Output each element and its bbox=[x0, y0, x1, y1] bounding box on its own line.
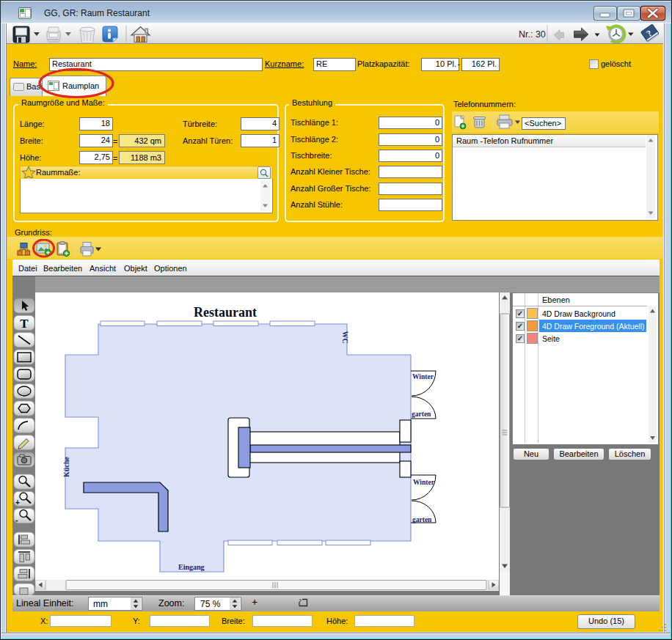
svg-text:T: T bbox=[20, 317, 29, 331]
svg-text:Nr.: 30: Nr.: 30 bbox=[519, 29, 546, 40]
svg-text:Winter: Winter bbox=[413, 479, 435, 486]
svg-text:garten: garten bbox=[412, 516, 432, 523]
svg-text:Restaurant: Restaurant bbox=[194, 305, 257, 320]
svg-text:Winter: Winter bbox=[412, 373, 434, 380]
svg-text:Eingang: Eingang bbox=[178, 563, 205, 571]
svg-text:garten: garten bbox=[412, 411, 431, 418]
svg-text:WC: WC bbox=[341, 331, 349, 343]
svg-text:Küche: Küche bbox=[62, 457, 70, 477]
svg-text:-: - bbox=[15, 515, 18, 524]
svg-text:+: + bbox=[15, 499, 20, 507]
